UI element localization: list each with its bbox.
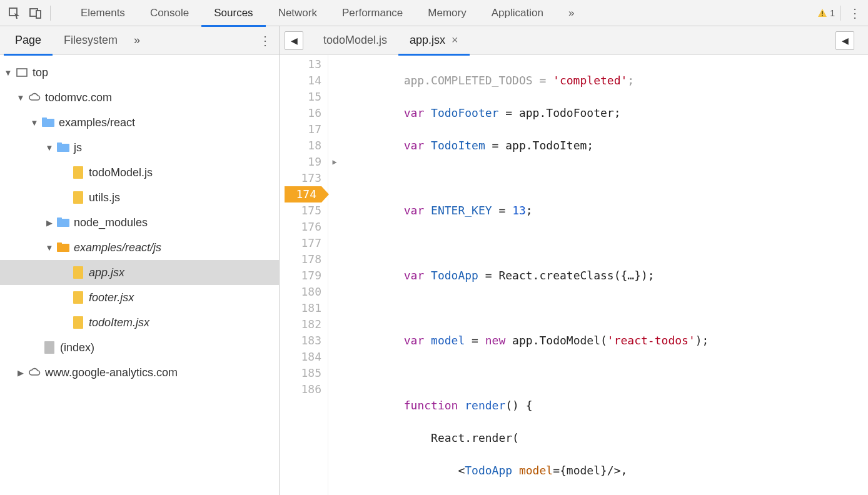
device-toggle-icon[interactable] xyxy=(25,2,46,24)
warning-count: 1 xyxy=(830,8,835,18)
sidebar-kebab-icon[interactable]: ⋮ xyxy=(259,33,271,48)
breakpoint-marker[interactable]: 174 xyxy=(285,186,321,202)
svg-rect-3 xyxy=(822,11,823,14)
cloud-icon xyxy=(28,366,41,379)
svg-rect-5 xyxy=(17,69,27,76)
sidebar-more[interactable]: » xyxy=(134,34,140,47)
svg-rect-18 xyxy=(73,316,83,329)
tree-folder-examples[interactable]: examples/react xyxy=(0,110,279,135)
tab-application[interactable]: Application xyxy=(479,0,556,26)
file-icon xyxy=(71,191,85,204)
svg-rect-15 xyxy=(57,242,62,246)
tree-domain-todomvc[interactable]: todomvc.com xyxy=(0,85,279,110)
file-icon xyxy=(71,316,85,329)
tab-elements[interactable]: Elements xyxy=(68,0,138,26)
sidebar-tab-filesystem[interactable]: Filesystem xyxy=(53,26,129,55)
chevron-left-icon: ◀ xyxy=(842,36,849,46)
frame-icon xyxy=(15,66,29,79)
tree-file-app-jsx[interactable]: app.jsx xyxy=(0,260,279,285)
svg-rect-2 xyxy=(36,11,41,18)
tree-file-utils[interactable]: utils.js xyxy=(0,185,279,210)
code-editor[interactable]: 13 14 15 16 17 18 19 173 174 175 176 177… xyxy=(280,55,868,495)
svg-rect-10 xyxy=(73,166,83,179)
svg-rect-4 xyxy=(822,15,823,16)
tree-top[interactable]: top xyxy=(0,60,279,85)
tree-folder-node-modules[interactable]: node_modules xyxy=(0,210,279,235)
tab-performance[interactable]: Performance xyxy=(330,0,415,26)
file-icon xyxy=(71,291,85,304)
cloud-icon xyxy=(28,91,41,104)
line-gutter[interactable]: 13 14 15 16 17 18 19 173 174 175 176 177… xyxy=(280,55,328,495)
sidebar-tabs: Page Filesystem » ⋮ xyxy=(0,26,279,55)
document-icon xyxy=(43,341,56,354)
svg-rect-13 xyxy=(57,218,62,221)
warning-badge[interactable]: 1 xyxy=(812,6,840,21)
devtools-toolbar: Elements Console Sources Network Perform… xyxy=(0,0,868,26)
svg-rect-17 xyxy=(73,291,83,304)
tab-console[interactable]: Console xyxy=(138,0,201,26)
navigator-sidebar: Page Filesystem » ⋮ top todomvc.com exam… xyxy=(0,26,280,495)
tree-domain-ga[interactable]: www.google-analytics.com xyxy=(0,360,279,385)
tree-file-index[interactable]: (index) xyxy=(0,335,279,360)
editor-pane: ◀ todoModel.js app.jsx× ◀ 13 14 15 16 17… xyxy=(280,26,868,495)
fold-toggle-icon[interactable]: ▶ xyxy=(328,154,341,170)
folder-icon xyxy=(56,216,70,229)
file-tree: top todomvc.com examples/react js todoMo… xyxy=(0,55,279,495)
close-icon[interactable]: × xyxy=(452,34,458,47)
toggle-debugger-button[interactable]: ◀ xyxy=(835,31,854,50)
editor-tab-todomodel[interactable]: todoModel.js xyxy=(312,26,398,55)
tree-folder-js[interactable]: js xyxy=(0,135,279,160)
inspect-icon[interactable] xyxy=(4,2,25,24)
file-icon xyxy=(71,166,85,179)
tab-network[interactable]: Network xyxy=(266,0,330,26)
svg-rect-7 xyxy=(42,118,47,121)
folder-icon xyxy=(56,141,70,154)
sidebar-tab-page[interactable]: Page xyxy=(4,26,53,55)
folder-icon xyxy=(56,241,70,254)
editor-tabs: ◀ todoModel.js app.jsx× ◀ xyxy=(280,26,868,55)
tabs-overflow[interactable]: » xyxy=(556,0,587,26)
file-icon xyxy=(71,266,85,279)
tab-sources[interactable]: Sources xyxy=(201,0,265,26)
svg-rect-9 xyxy=(57,142,62,146)
fold-gutter[interactable]: ▶ xyxy=(328,55,341,495)
folder-icon xyxy=(41,116,55,129)
tree-file-todomodel[interactable]: todoModel.js xyxy=(0,160,279,185)
editor-tab-app-jsx[interactable]: app.jsx× xyxy=(398,26,470,55)
tree-file-footer-jsx[interactable]: footer.jsx xyxy=(0,285,279,310)
settings-kebab-icon[interactable]: ⋮ xyxy=(845,6,864,21)
svg-rect-19 xyxy=(44,341,54,354)
chevron-left-icon: ◀ xyxy=(291,36,298,46)
tree-file-todoitem-jsx[interactable]: todoItem.jsx xyxy=(0,310,279,335)
svg-rect-11 xyxy=(73,191,83,204)
main-tabs: Elements Console Sources Network Perform… xyxy=(68,0,587,26)
tab-memory[interactable]: Memory xyxy=(415,0,478,26)
svg-rect-16 xyxy=(73,266,83,279)
code-content[interactable]: app.COMPLETED_TODOS = 'completed'; var T… xyxy=(341,55,868,495)
tree-folder-sourcemap[interactable]: examples/react/js xyxy=(0,235,279,260)
nav-back-button[interactable]: ◀ xyxy=(285,31,303,50)
